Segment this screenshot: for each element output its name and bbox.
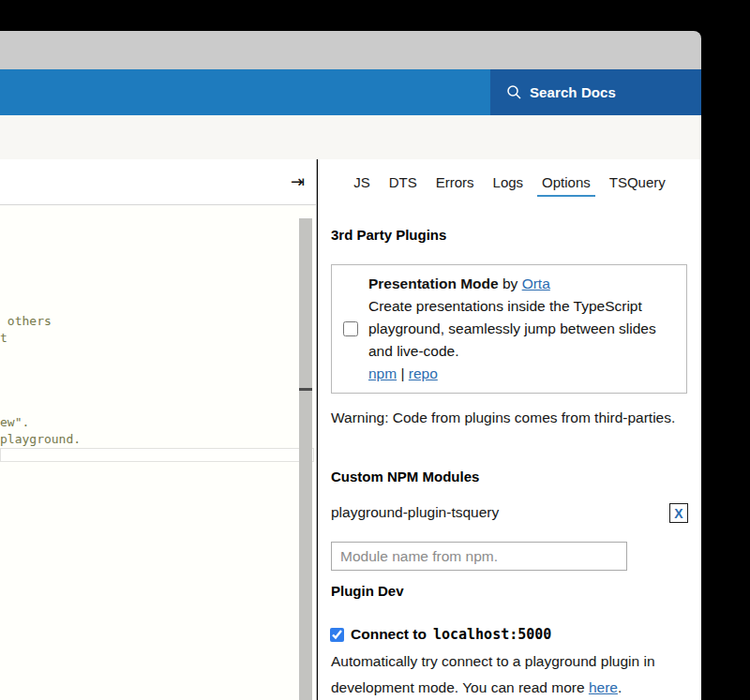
tab-options[interactable]: Options bbox=[537, 172, 595, 197]
connect-localhost-checkbox[interactable] bbox=[330, 628, 344, 642]
code-line: playground. bbox=[0, 431, 81, 448]
search-icon bbox=[506, 84, 522, 100]
plugin-dev-description: Automatically try connect to a playgroun… bbox=[331, 648, 698, 700]
remove-module-button[interactable]: X bbox=[669, 503, 688, 523]
plugin-dev-description-period: . bbox=[618, 679, 622, 695]
editor-scrollbar[interactable] bbox=[299, 218, 312, 700]
nav-substrip bbox=[0, 115, 701, 159]
plugin-by-label: by bbox=[499, 276, 522, 291]
plugin-links-separator: | bbox=[397, 365, 409, 381]
plugin-author-link[interactable]: Orta bbox=[522, 276, 550, 291]
editor-current-line-highlight bbox=[0, 448, 314, 462]
plugin-links: npm | repo bbox=[368, 363, 675, 385]
connect-label: Connect to bbox=[351, 626, 427, 643]
top-nav-bar: Search Docs bbox=[0, 69, 701, 115]
read-more-link[interactable]: here bbox=[589, 679, 618, 695]
plugin-card: Presentation Mode by Orta Create present… bbox=[331, 264, 687, 394]
plugin-title: Presentation Mode by Orta bbox=[368, 273, 675, 295]
plugin-dev-heading: Plugin Dev bbox=[331, 583, 404, 599]
sidebar-tabs: JS DTS Errors Logs Options TSQuery bbox=[318, 172, 701, 197]
plugin-repo-link[interactable]: repo bbox=[409, 365, 438, 381]
search-docs-label: Search Docs bbox=[530, 84, 616, 100]
plugin-npm-link[interactable]: npm bbox=[368, 365, 397, 381]
editor-toolbar: ⇥ bbox=[0, 159, 316, 205]
dock-sidebar-icon[interactable]: ⇥ bbox=[291, 171, 305, 193]
screenshot-stage: Search Docs ⇥ others t ew". playground. … bbox=[0, 0, 750, 700]
module-row: playground-plugin-tsquery X bbox=[331, 504, 687, 525]
editor-pane: ⇥ others t ew". playground. bbox=[0, 159, 317, 700]
tab-tsquery[interactable]: TSQuery bbox=[605, 172, 670, 197]
connect-host: localhost:5000 bbox=[433, 626, 551, 643]
npm-module-input[interactable] bbox=[331, 542, 627, 571]
connect-localhost-row: Connect to localhost:5000 bbox=[330, 626, 696, 643]
code-line: ew". bbox=[0, 414, 29, 431]
plugin-description: Create presentations inside the TypeScri… bbox=[368, 295, 675, 363]
tab-dts[interactable]: DTS bbox=[384, 172, 422, 197]
plugin-info: Presentation Mode by Orta Create present… bbox=[368, 273, 675, 385]
tab-errors[interactable]: Errors bbox=[431, 172, 479, 197]
tab-logs[interactable]: Logs bbox=[488, 172, 529, 197]
module-name: playground-plugin-tsquery bbox=[331, 504, 499, 520]
tab-js[interactable]: JS bbox=[349, 172, 375, 197]
plugins-sidebar: JS DTS Errors Logs Options TSQuery 3rd P… bbox=[318, 159, 701, 700]
code-line: t bbox=[0, 330, 8, 347]
custom-npm-modules-heading: Custom NPM Modules bbox=[331, 469, 479, 484]
third-party-plugins-heading: 3rd Party Plugins bbox=[331, 227, 446, 243]
scrollbar-cursor-marker bbox=[299, 388, 312, 391]
search-docs-button[interactable]: Search Docs bbox=[490, 69, 701, 115]
plugin-name: Presentation Mode bbox=[368, 276, 499, 291]
plugin-enable-checkbox[interactable] bbox=[343, 321, 358, 336]
code-line: others bbox=[0, 313, 52, 330]
plugins-warning-text: Warning: Code from plugins comes from th… bbox=[331, 405, 685, 431]
browser-chrome-bar bbox=[0, 31, 701, 69]
